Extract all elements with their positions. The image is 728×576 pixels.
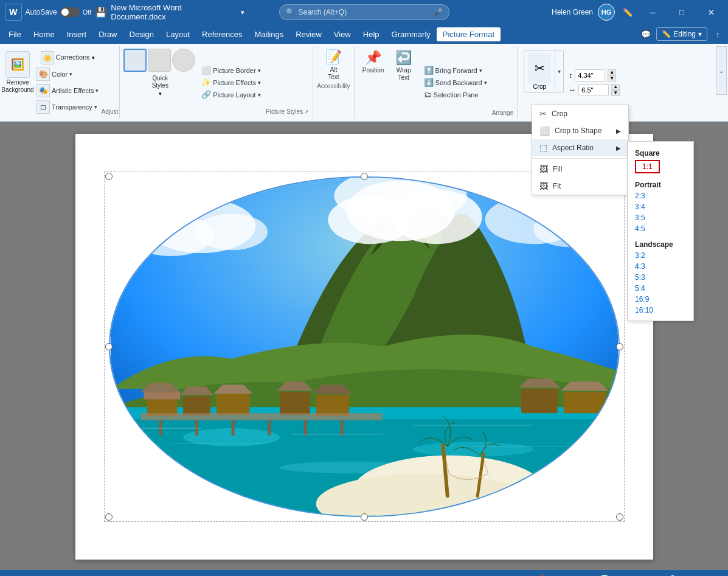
image-container[interactable]: [109, 176, 620, 517]
handle-bottom-left[interactable]: [105, 513, 113, 521]
remove-background-button[interactable]: 🖼️ RemoveBackground: [1, 49, 34, 96]
crop-menu-fill[interactable]: 🖼 Fill: [532, 161, 628, 178]
comments-icon[interactable]: 💬: [638, 26, 654, 42]
artistic-effects-arrow: ▾: [95, 88, 99, 94]
bring-forward-button[interactable]: ⬆️ Bring Forward ▾: [421, 64, 490, 76]
minimize-button[interactable]: ─: [640, 0, 665, 24]
word-logo-text: W: [9, 7, 17, 17]
crop-menu-aspect-ratio[interactable]: ⬚ Aspect Ratio ▶: [532, 139, 628, 156]
crop-menu-fit[interactable]: 🖼 Fit: [532, 178, 628, 195]
handle-mid-left[interactable]: [105, 343, 113, 350]
share-icon[interactable]: ↑: [710, 26, 726, 42]
send-backward-button[interactable]: ⬇️ Send Backward ▾: [421, 77, 490, 88]
style-thumb-3[interactable]: [172, 49, 195, 72]
menu-help[interactable]: Help: [357, 27, 386, 41]
width-input[interactable]: [578, 84, 609, 96]
handle-top-center[interactable]: [361, 173, 368, 180]
aspect-4-3[interactable]: 4:3: [628, 261, 693, 272]
mic-icon[interactable]: 🎤: [434, 8, 443, 16]
crop-dropdown-arrow[interactable]: ▾: [555, 50, 563, 92]
handle-mid-right[interactable]: [616, 343, 623, 350]
position-button[interactable]: 📌 Position: [358, 47, 389, 77]
height-up[interactable]: ▲: [608, 69, 616, 75]
aspect-16-9[interactable]: 16:9: [628, 294, 693, 305]
menu-layout[interactable]: Layout: [160, 27, 196, 41]
maximize-button[interactable]: □: [670, 0, 694, 24]
style-thumb-1[interactable]: [123, 49, 147, 72]
crop-menu-crop-icon: ✂: [539, 109, 547, 119]
title-bar-center: 🔍 Search (Alt+Q) 🎤: [244, 4, 484, 20]
width-icon: ↔: [569, 86, 576, 94]
fill-label: Fill: [553, 165, 562, 173]
aspect-2-3[interactable]: 2:3: [628, 190, 693, 201]
menu-home[interactable]: Home: [27, 27, 61, 41]
picture-border-button[interactable]: ⬜ Picture Border ▾: [199, 64, 263, 76]
height-icon: ↕: [569, 71, 572, 80]
user-name: Helen Green: [552, 8, 593, 16]
crop-to-shape-icon: ⬜: [539, 126, 550, 136]
autosave-toggle[interactable]: [60, 7, 80, 17]
aspect-16-10[interactable]: 16:10: [628, 305, 693, 316]
remove-bg-label: RemoveBackground: [1, 79, 33, 94]
handle-bottom-right[interactable]: [616, 513, 623, 521]
picture-styles-expand[interactable]: Picture Styles ↗: [266, 108, 309, 115]
aspect-5-4[interactable]: 5:4: [628, 283, 693, 294]
aspect-3-2[interactable]: 3:2: [628, 250, 693, 261]
corrections-label: Corrections: [56, 54, 90, 61]
aspect-4-5[interactable]: 4:5: [628, 223, 693, 234]
close-button[interactable]: ✕: [699, 0, 723, 24]
svg-rect-23: [316, 395, 349, 416]
position-icon: 📌: [365, 50, 381, 66]
alt-text-button[interactable]: 📝 AltText: [322, 47, 345, 83]
height-input[interactable]: [575, 69, 605, 82]
crop-button[interactable]: ✂ Crop: [524, 50, 555, 92]
wrap-text-button[interactable]: ↩️ WrapText: [389, 47, 419, 84]
color-button[interactable]: 🎨 Color ▾: [34, 66, 101, 82]
menu-draw[interactable]: Draw: [92, 27, 123, 41]
corrections-button[interactable]: ☀️ Corrections ▾: [34, 50, 101, 66]
menu-file[interactable]: File: [2, 27, 27, 41]
picture-effects-button[interactable]: ✨ Picture Effects ▾: [199, 77, 263, 88]
style-thumb-2[interactable]: [148, 49, 171, 72]
corrections-arrow: ▾: [92, 55, 95, 61]
width-spinner: ▲ ▼: [611, 84, 620, 96]
menu-picture-format[interactable]: Picture Format: [437, 27, 501, 41]
handle-top-left[interactable]: [105, 173, 113, 180]
quick-styles-button[interactable]: QuickStyles ▾: [149, 73, 172, 99]
picture-layout-button[interactable]: 🔗 Picture Layout ▾: [199, 89, 263, 100]
user-avatar[interactable]: HG: [598, 4, 615, 21]
svg-point-16: [485, 196, 581, 244]
menu-design[interactable]: Design: [123, 27, 160, 41]
aspect-ratio-arrow: ▶: [616, 145, 621, 151]
width-up[interactable]: ▲: [611, 84, 620, 90]
aspect-3-4[interactable]: 3:4: [628, 201, 693, 212]
transparency-button[interactable]: ◻ Transparency ▾: [34, 99, 101, 115]
selection-pane-button[interactable]: 🗂 Selection Pane: [421, 89, 490, 100]
editing-arrow: ▾: [698, 30, 702, 38]
toggle-knob: [61, 9, 69, 16]
crop-menu-crop[interactable]: ✂ Crop: [532, 105, 628, 122]
editing-button[interactable]: ✏️ Editing ▾: [656, 27, 707, 41]
editing-pen-icon: ✏️: [662, 30, 671, 38]
aspect-5-3[interactable]: 5:3: [628, 272, 693, 283]
svg-rect-30: [340, 420, 343, 435]
menu-view[interactable]: View: [328, 27, 357, 41]
menu-references[interactable]: References: [196, 27, 248, 41]
height-down[interactable]: ▼: [608, 75, 616, 82]
search-box[interactable]: 🔍 Search (Alt+Q) 🎤: [279, 4, 449, 20]
pen-icon[interactable]: ✏️: [620, 4, 636, 20]
aspect-1-1[interactable]: 1:1: [635, 160, 660, 173]
menu-grammarly[interactable]: Grammarly: [386, 27, 437, 41]
menu-mailings[interactable]: Mailings: [249, 27, 290, 41]
ribbon-collapse-button[interactable]: ⌄: [716, 46, 727, 95]
menu-insert[interactable]: Insert: [61, 27, 93, 41]
width-down[interactable]: ▼: [611, 90, 620, 96]
portrait-section-label: Portrait: [628, 178, 693, 190]
handle-bottom-center[interactable]: [361, 513, 368, 521]
save-icon[interactable]: 💾: [95, 7, 107, 18]
image-oval[interactable]: [109, 176, 620, 517]
artistic-effects-button[interactable]: 🎭 Artistic Effects ▾: [34, 83, 101, 99]
aspect-3-5[interactable]: 3:5: [628, 212, 693, 223]
crop-menu-to-shape[interactable]: ⬜ Crop to Shape ▶: [532, 122, 628, 139]
menu-review[interactable]: Review: [289, 27, 328, 41]
